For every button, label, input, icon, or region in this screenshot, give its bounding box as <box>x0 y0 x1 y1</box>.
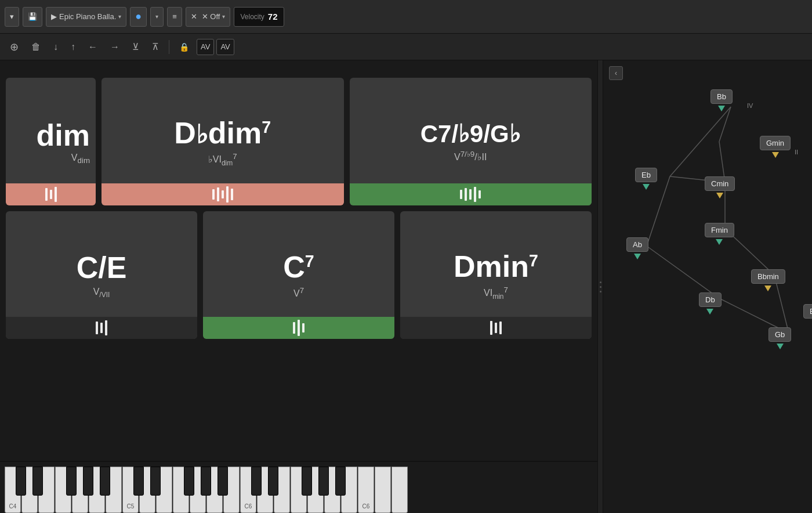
chord-card-partial-dim[interactable]: dim Vdim <box>6 78 96 205</box>
velocity-label: Velocity <box>240 13 264 21</box>
chevron-down-btn[interactable]: ⊻ <box>127 38 144 56</box>
move-up-btn[interactable]: ↑ <box>66 38 81 56</box>
bar-note <box>495 323 497 333</box>
bar-note <box>217 187 219 201</box>
chord-card-dmin7[interactable]: Dmin7 VImin7 <box>400 211 592 339</box>
black-key[interactable] <box>100 467 110 496</box>
piano-octave-label: C4 <box>5 503 20 510</box>
graph-node-gb[interactable]: Gb <box>768 327 791 342</box>
black-key[interactable] <box>16 467 26 496</box>
chord-card-c7[interactable]: C7 V7 <box>203 211 394 339</box>
piano-octave: C4 <box>5 467 122 513</box>
chord-name-c7b9gb: C7/♭9/G♭ <box>415 121 527 147</box>
play-btn[interactable]: ▶ Epic Piano Balla. ▾ <box>46 7 126 27</box>
bar-note <box>212 189 215 200</box>
node-arrow-bb <box>718 106 725 111</box>
quantize-btn[interactable]: ✕ ✕ Off ▾ <box>186 7 231 27</box>
dropdown-arrow-icon: ▾ <box>10 12 14 21</box>
node-label-fmin: Fmin <box>711 226 728 234</box>
piano-octave-label: C6 <box>358 503 374 510</box>
black-key[interactable] <box>268 467 278 496</box>
graph-node-fmin[interactable]: Fmin <box>705 223 734 237</box>
instrument-dropdown-icon: ▾ <box>155 13 158 20</box>
piano-octave-extra: C6 <box>358 467 408 513</box>
graph-node-cmin[interactable]: Cmin <box>705 176 735 191</box>
piano-octave: C6 <box>240 467 358 513</box>
delete-btn[interactable]: 🗑 <box>26 38 46 56</box>
black-key[interactable] <box>251 467 262 496</box>
graph-node-db[interactable]: Db <box>699 292 722 307</box>
instrument-icon: ● <box>135 10 142 23</box>
node-label-gb: Gb <box>775 330 785 339</box>
white-key[interactable] <box>392 467 408 513</box>
node-label-e: E <box>810 307 812 316</box>
instrument-btn[interactable]: ● <box>130 7 147 27</box>
chord-card-dbdim7[interactable]: D♭dim7 ♭VIdim7 <box>102 78 344 205</box>
chord-sub-c7: V7 <box>293 286 304 299</box>
black-key[interactable] <box>201 467 211 496</box>
arrow-right-icon: → <box>110 42 119 52</box>
bar-note <box>474 187 476 202</box>
av-label-2: AV <box>216 39 234 55</box>
bar-note <box>231 189 233 200</box>
node-arrow-gmin <box>772 152 779 158</box>
chord-name-dbdim7: D♭dim7 <box>168 117 277 150</box>
collapse-panel-btn[interactable]: ‹ <box>609 66 623 80</box>
arrow-right-btn[interactable]: → <box>105 38 125 56</box>
secondary-toolbar: ⊕ 🗑 ↓ ↑ ← → ⊻ ⊼ 🔒 AV AV <box>0 34 812 60</box>
graph-node-bbmin[interactable]: Bbmin <box>751 269 785 284</box>
white-key[interactable]: C6 <box>358 467 374 513</box>
save-icon: 💾 <box>28 12 37 21</box>
lock-btn[interactable]: 🔒 <box>174 38 194 56</box>
black-key[interactable] <box>302 467 312 496</box>
move-down-btn[interactable]: ↓ <box>48 38 63 56</box>
black-key[interactable] <box>318 467 329 496</box>
mixer-btn[interactable]: ≡ <box>167 7 182 27</box>
piano-keyboard: // We'll generate piano keys via JS inli… <box>0 461 597 513</box>
black-key[interactable] <box>32 467 43 496</box>
bar-note <box>222 190 224 198</box>
bar-note <box>50 190 52 199</box>
graph-node-bb[interactable]: Bb <box>710 89 733 104</box>
black-key[interactable] <box>217 467 228 496</box>
graph-node-ab[interactable]: Ab <box>626 237 648 252</box>
panel-separator[interactable] <box>597 60 603 513</box>
node-arrow-eb <box>643 184 650 190</box>
graph-node-e[interactable]: E <box>803 304 812 319</box>
chevron-up-btn[interactable]: ⊼ <box>147 38 164 56</box>
add-btn[interactable]: ⊕ <box>5 38 24 56</box>
chord-grid: dim Vdim D♭dim7 ♭VIdim7 <box>0 72 597 455</box>
node-label-bbmin: Bbmin <box>757 272 779 281</box>
graph-node-eb[interactable]: Eb <box>635 168 657 182</box>
chord-row-1: dim Vdim D♭dim7 ♭VIdim7 <box>6 78 592 205</box>
svg-line-1 <box>670 107 731 176</box>
node-label-eb: Eb <box>641 171 651 179</box>
chord-sub-partial-dim: Vdim <box>71 153 90 162</box>
lock-icon: 🔒 <box>179 42 189 52</box>
graph-area: ‹ Bb IV Gmin II Eb <box>603 60 812 513</box>
dropdown-arrow-btn[interactable]: ▾ <box>5 7 19 27</box>
black-key[interactable] <box>133 467 144 496</box>
arrow-left-btn[interactable]: ← <box>83 38 103 56</box>
bar-note <box>302 323 304 333</box>
chord-row-2: C/E V/VII C7 V7 <box>6 211 592 339</box>
black-key[interactable] <box>335 467 346 496</box>
black-key[interactable] <box>83 467 93 496</box>
roman-label-iv: IV <box>747 102 753 109</box>
chord-card-c7b9gb[interactable]: C7/♭9/G♭ V7/♭9/♭II <box>350 78 592 205</box>
chord-sub-ce: V/VII <box>93 287 110 299</box>
black-key[interactable] <box>150 467 161 496</box>
save-btn[interactable]: 💾 <box>23 7 42 27</box>
white-key[interactable] <box>375 467 391 513</box>
instrument-dropdown-btn[interactable]: ▾ <box>150 7 164 27</box>
chord-card-ce[interactable]: C/E V/VII <box>6 211 197 339</box>
velocity-value: 72 <box>268 12 278 21</box>
bar-note <box>105 320 107 335</box>
black-key[interactable] <box>66 467 77 496</box>
node-label-cmin: Cmin <box>711 179 728 188</box>
black-key[interactable] <box>184 467 194 496</box>
graph-node-gmin[interactable]: Gmin <box>760 136 791 150</box>
chord-name-dmin7: Dmin7 <box>448 250 544 283</box>
svg-line-3 <box>647 176 670 246</box>
delete-icon: 🗑 <box>31 42 41 52</box>
